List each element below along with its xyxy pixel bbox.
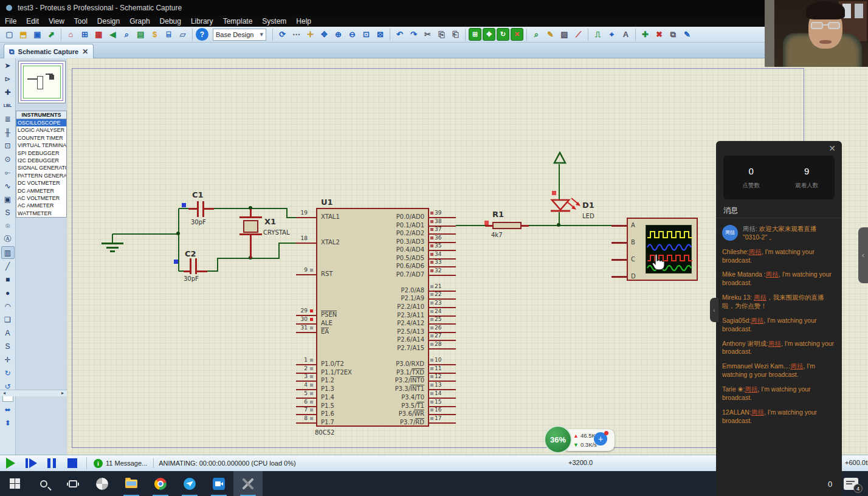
instruments-tool-icon[interactable]: ▥ [1,246,15,259]
block-delete-icon[interactable]: ✕ [511,28,523,41]
instrument-wattmeter[interactable]: WATTMETER [16,210,66,217]
subcircuit-tool-icon[interactable]: ⊡ [1,139,15,152]
overview-minimap[interactable] [18,61,66,103]
line-tool-icon[interactable]: ╱ [1,260,15,272]
pan-icon[interactable]: ✥ [318,28,331,41]
resistor-r1[interactable] [492,222,522,229]
instrument-ac-ammeter[interactable]: AC AMMETER [16,202,66,209]
start-icon[interactable] [0,471,29,496]
rotate-cw-icon[interactable]: ↻ [1,367,15,379]
step-button[interactable] [22,456,40,470]
copy-icon[interactable]: ⎘ [435,28,448,41]
property-assignment-icon[interactable]: A [619,28,632,41]
menu-tool[interactable]: Tool [69,16,92,27]
save-project-icon[interactable]: ▣ [31,28,44,41]
scroll-left-icon[interactable]: ◂ [1,390,8,396]
capacitor-c2[interactable] [190,258,191,274]
chrome-icon[interactable] [146,471,175,496]
instrument-ac-voltmeter[interactable]: AC VOLTMETER [16,195,66,202]
find-component-icon[interactable]: ⌕ [120,28,133,41]
crystal-x1[interactable] [243,220,258,233]
video-app-icon[interactable] [204,471,233,496]
chat-collapse-handle[interactable]: ‹ [710,298,718,322]
voltage-probe-tool-icon[interactable]: ⌾ [1,219,15,232]
home-page-icon[interactable]: ⌂ [64,28,77,41]
instrument-spi-debugger[interactable]: SPI DEBUGGER [16,150,66,157]
text-script-tool-icon[interactable]: ≣ [1,112,15,125]
instrument-dc-ammeter[interactable]: DC AMMETER [16,187,66,195]
capacitor-c1[interactable] [197,201,199,217]
paperplane-app-icon[interactable] [175,471,204,496]
terminal-tool-icon[interactable]: ⊙ [1,153,15,165]
design-notes-icon[interactable]: ▱ [176,28,189,41]
text-tool-icon[interactable]: A [1,326,15,339]
menu-debug[interactable]: Debug [155,16,186,27]
network-speed-bubble[interactable]: ▲ 46.5K/s ▼ 0.3K/s 36% + [544,425,620,455]
instrument-logic-analyser[interactable]: LOGIC ANALYSER [16,126,66,134]
scroll-right-icon[interactable]: ▸ [59,390,66,396]
packaging-tool-icon[interactable]: ▨ [558,28,571,41]
cut-icon[interactable]: ✂ [421,28,434,41]
chat-close-icon[interactable]: ✕ [828,143,836,153]
pause-button[interactable] [43,456,61,470]
mirror-y-icon[interactable]: ⬍ [1,416,15,429]
tab-close-icon[interactable]: ✕ [82,47,88,56]
device-pin-tool-icon[interactable]: ⟜ [1,166,15,179]
box-tool-icon[interactable]: ■ [1,273,15,286]
decompose-icon[interactable]: ⟋ [572,28,585,41]
instrument-dc-voltmeter[interactable]: DC VOLTMETER [16,179,66,187]
run-simulation-icon[interactable]: ◀ [106,28,119,41]
instrument-oscilloscope[interactable]: OSCILLOSCOPE [16,119,66,126]
make-device-icon[interactable]: ✎ [544,28,557,41]
menu-design[interactable]: Design [92,16,125,27]
instrument-counter-timer[interactable]: COUNTER TIMER [16,134,66,142]
redraw-icon[interactable]: ⟳ [276,28,289,41]
menu-help[interactable]: Help [291,16,316,27]
graph-tool-icon[interactable]: ∿ [1,179,15,192]
symbol-tool-icon[interactable]: S [1,340,15,353]
menu-library[interactable]: Library [186,16,218,27]
wire-autoroute-icon[interactable]: ⎍ [591,28,604,41]
task-view-icon[interactable] [58,471,88,496]
led-d1[interactable] [543,190,587,218]
pinwheel-app-icon[interactable] [88,471,117,496]
pick-device-icon[interactable]: ⌕ [530,28,543,41]
file-explorer-icon[interactable] [117,471,146,496]
pcb-layout-icon[interactable]: ▦ [92,28,105,41]
import-section-icon[interactable]: ⬈ [45,28,58,41]
bom-report-icon[interactable]: ▤ [134,28,147,41]
path-tool-icon[interactable]: ❏ [1,313,15,326]
instrument-signal-generator[interactable]: SIGNAL GENERATOR [16,164,66,171]
schematic-capture-icon[interactable]: ⊞ [78,28,91,41]
left-panel-scrollbar[interactable]: ◂ ▸ [0,390,67,396]
grid-toggle-icon[interactable]: ⋯ [290,28,303,41]
menu-template[interactable]: Template [218,16,258,27]
paste-icon[interactable]: ⎗ [449,28,462,41]
undo-icon[interactable]: ↶ [393,28,406,41]
instrument-pattern-generator[interactable]: PATTERN GENERATOR [16,172,66,179]
menu-system[interactable]: System [257,16,291,27]
block-move-icon[interactable]: ✥ [483,28,495,41]
menu-graph[interactable]: Graph [125,16,154,27]
electrical-check-icon[interactable]: ⌸ [162,28,175,41]
zoom-in-icon[interactable]: ⊕ [332,28,345,41]
arc-tool-icon[interactable]: ◠ [1,300,15,312]
marker-tool-icon[interactable]: ✛ [1,353,15,366]
tab-schematic-capture[interactable]: ⧉ Schematic Capture ✕ [4,44,94,58]
edit-design-icon[interactable]: ✎ [681,28,694,41]
open-project-icon[interactable]: ⬒ [17,28,30,41]
instrument-virtual-terminal[interactable]: VIRTUAL TERMINAL [16,142,66,149]
circle-tool-icon[interactable]: ● [1,286,15,299]
instrument-i2c-debugger[interactable]: I2C DEBUGGER [16,157,66,164]
cpu-percent-badge[interactable]: 36% [544,425,572,453]
menu-edit[interactable]: Edit [21,16,44,27]
tape-recorder-tool-icon[interactable]: ▣ [1,193,15,205]
generator-tool-icon[interactable]: S [1,206,15,219]
origin-icon[interactable]: ✛ [304,28,317,41]
zoom-area-icon[interactable]: ⊠ [374,28,387,41]
stop-button[interactable] [63,456,81,470]
component-tool-icon[interactable]: ⊳ [1,72,15,85]
remove-sheet-icon[interactable]: ✖ [653,28,666,41]
new-file-icon[interactable]: ▢ [3,28,16,41]
side-collapse-handle[interactable]: ‹ [858,227,868,283]
